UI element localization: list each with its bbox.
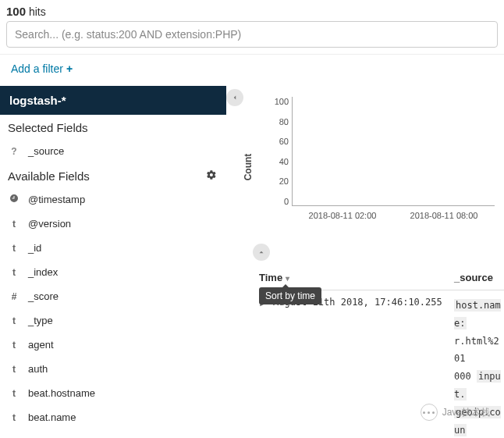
field-item[interactable]: #_score (0, 284, 226, 308)
cell-source: host.name: r.html%201 000 input. geoip.c… (454, 297, 504, 438)
selected-fields-label: Selected Fields (8, 121, 88, 134)
field-item[interactable]: t_id (0, 236, 226, 260)
histogram-chart: Count 100806040200 2018-08-11 02:002018-… (253, 97, 495, 237)
field-name: @timestamp (28, 194, 85, 205)
column-header-time[interactable]: Time▾ Sort by time (259, 272, 454, 283)
search-bar (0, 21, 504, 54)
hits-summary: 100 hits (0, 0, 504, 21)
field-item[interactable]: tagent (0, 333, 226, 357)
fields-sidebar: logstash-* Selected Fields ?_source Avai… (0, 86, 226, 438)
available-fields-header: Available Fields (0, 163, 226, 187)
field-item[interactable]: tbeat.name (0, 405, 226, 429)
text-type-icon: t (8, 412, 20, 423)
sort-caret-icon: ▾ (286, 274, 289, 283)
field-name: beat.name (28, 411, 76, 423)
field-name: auth (28, 363, 48, 375)
field-name: _type (28, 315, 53, 326)
add-filter-label: Add a filter (11, 62, 63, 75)
field-name: _source (28, 145, 64, 157)
field-name: beat.hostname (28, 387, 95, 399)
table-row: ▸ August 11th 2018, 17:46:10.255 host.na… (259, 290, 504, 438)
index-pattern-header[interactable]: logstash-* (0, 86, 226, 115)
field-item[interactable]: tbeat.hostname (0, 381, 226, 405)
main-content: Count 100806040200 2018-08-11 02:002018-… (226, 86, 504, 438)
scroll-top-button[interactable] (253, 244, 504, 261)
text-type-icon: t (8, 364, 20, 375)
column-header-source[interactable]: _source (454, 272, 504, 283)
field-item[interactable]: @timestamp (0, 187, 226, 212)
field-item[interactable]: t_type (0, 308, 226, 333)
text-type-icon: t (8, 315, 20, 326)
clock-icon (8, 194, 20, 205)
unknown-type-icon: ? (8, 146, 20, 157)
add-filter-button[interactable]: Add a filter+ (0, 54, 504, 86)
chart-plot-area[interactable] (292, 97, 495, 206)
field-item[interactable]: tauth (0, 357, 226, 381)
text-type-icon: t (8, 388, 20, 399)
chart-ylabel: Count (243, 154, 254, 181)
documents-table: Time▾ Sort by time _source ▸ August 11th… (259, 267, 504, 438)
selected-fields-header: Selected Fields (0, 115, 226, 139)
hits-label: hits (29, 5, 46, 18)
collapse-sidebar-button[interactable] (226, 89, 243, 106)
chart-yticks: 100806040200 (270, 97, 289, 206)
gear-icon[interactable] (206, 169, 217, 183)
sort-tooltip: Sort by time (259, 287, 321, 304)
text-type-icon: t (8, 243, 20, 254)
field-item[interactable]: t_index (0, 260, 226, 284)
number-type-icon: # (8, 291, 20, 302)
text-type-icon: t (8, 219, 20, 230)
hits-count: 100 (6, 5, 26, 18)
text-type-icon: t (8, 267, 20, 278)
chart-xticks: 2018-08-11 02:002018-08-11 08:00 (292, 211, 495, 220)
field-name: _id (28, 242, 41, 254)
text-type-icon: t (8, 340, 20, 351)
field-name: _score (28, 290, 59, 302)
table-header: Time▾ Sort by time _source (259, 267, 504, 290)
column-time-label: Time (259, 272, 282, 283)
field-name: agent (28, 339, 54, 351)
field-name: @version (28, 218, 71, 230)
field-item[interactable]: t@version (0, 212, 226, 236)
plus-icon: + (66, 62, 73, 75)
field-name: _index (28, 266, 58, 278)
available-fields-label: Available Fields (8, 169, 90, 183)
search-input[interactable] (6, 21, 498, 48)
field-item[interactable]: ?_source (0, 139, 226, 163)
